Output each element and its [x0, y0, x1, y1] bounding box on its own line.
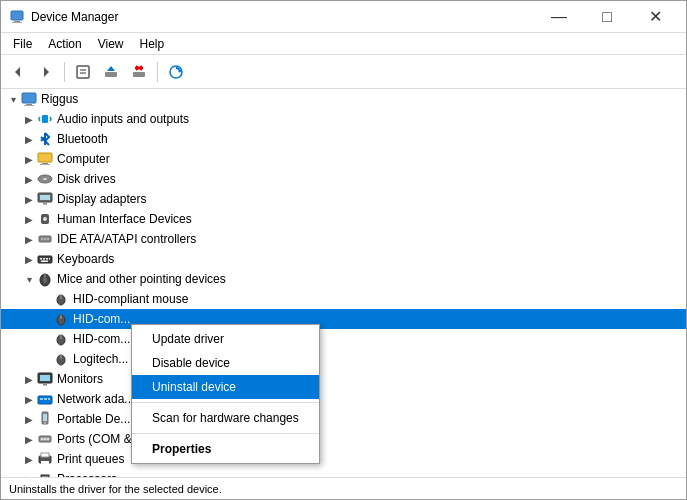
item-icon-mice: [37, 271, 53, 287]
item-icon-riggus: [21, 91, 37, 107]
status-text: Uninstalls the driver for the selected d…: [9, 483, 222, 495]
item-label-logitech: Logitech...: [73, 352, 128, 366]
toolbar-sep1: [64, 62, 65, 82]
expand-icon-network[interactable]: ▶: [21, 391, 37, 407]
spacer-hid-com2: [37, 331, 53, 347]
menu-action[interactable]: Action: [40, 35, 89, 53]
window-controls: — □ ✕: [536, 1, 678, 33]
item-label-hid-com2: HID-com...: [73, 332, 130, 346]
svg-rect-0: [11, 11, 23, 20]
tree-item-mice[interactable]: ▾ Mice and other pointing devices: [1, 269, 686, 289]
expand-icon-bluetooth[interactable]: ▶: [21, 131, 37, 147]
item-label-hid-mouse: HID-compliant mouse: [73, 292, 188, 306]
item-icon-display: [37, 191, 53, 207]
item-icon-bluetooth: [37, 131, 53, 147]
item-label-ports: Ports (COM &...: [57, 432, 142, 446]
ctx-sep1: [132, 402, 319, 403]
tree-item-portable[interactable]: ▶ Portable De...: [1, 409, 686, 429]
tree-item-network[interactable]: ▶ Network ada...: [1, 389, 686, 409]
item-label-ide: IDE ATA/ATAPI controllers: [57, 232, 196, 246]
item-label-audio: Audio inputs and outputs: [57, 112, 189, 126]
toolbar-update-driver[interactable]: [98, 59, 124, 85]
expand-icon-print[interactable]: ▶: [21, 451, 37, 467]
ctx-sep2: [132, 433, 319, 434]
tree-item-logitech[interactable]: Logitech...: [1, 349, 686, 369]
device-manager-window: Device Manager — □ ✕ File Action View He…: [0, 0, 687, 500]
main-content: ▾ Riggus ▶ Audio inputs and outputs ▶ Bl…: [1, 89, 686, 477]
item-icon-logitech: [53, 351, 69, 367]
window-title: Device Manager: [31, 10, 536, 24]
expand-icon-display[interactable]: ▶: [21, 191, 37, 207]
tree-item-hid-mouse[interactable]: HID-compliant mouse: [1, 289, 686, 309]
tree-item-print[interactable]: ▶ Print queues: [1, 449, 686, 469]
item-label-bluetooth: Bluetooth: [57, 132, 108, 146]
svg-rect-38: [41, 261, 48, 263]
tree-item-monitors[interactable]: ▶ Monitors: [1, 369, 686, 389]
item-icon-hid-mouse: [53, 291, 69, 307]
maximize-button[interactable]: □: [584, 1, 630, 33]
tree-item-audio[interactable]: ▶ Audio inputs and outputs: [1, 109, 686, 129]
ctx-scan[interactable]: Scan for hardware changes: [132, 406, 319, 430]
toolbar-properties[interactable]: [70, 59, 96, 85]
spacer-hid-mouse: [37, 291, 53, 307]
tree-item-display[interactable]: ▶ Display adapters: [1, 189, 686, 209]
ctx-properties[interactable]: Properties: [132, 437, 319, 461]
ctx-update-driver[interactable]: Update driver: [132, 327, 319, 351]
tree-item-keyboards[interactable]: ▶ Keyboards: [1, 249, 686, 269]
svg-rect-37: [49, 258, 50, 260]
tree-item-ports[interactable]: ▶ Ports (COM &...: [1, 429, 686, 449]
tree-item-processors[interactable]: ▶ Processors: [1, 469, 686, 477]
expand-icon-keyboards[interactable]: ▶: [21, 251, 37, 267]
ctx-disable-device[interactable]: Disable device: [132, 351, 319, 375]
tree-item-computer[interactable]: ▶ Computer: [1, 149, 686, 169]
expand-icon-ports[interactable]: ▶: [21, 431, 37, 447]
tree-item-hid-com2[interactable]: HID-com...: [1, 329, 686, 349]
svg-rect-6: [105, 72, 117, 77]
expand-icon-audio[interactable]: ▶: [21, 111, 37, 127]
status-bar: Uninstalls the driver for the selected d…: [1, 477, 686, 499]
ctx-uninstall-device[interactable]: Uninstall device: [132, 375, 319, 399]
expand-icon-computer[interactable]: ▶: [21, 151, 37, 167]
expand-icon-portable[interactable]: ▶: [21, 411, 37, 427]
svg-rect-54: [40, 398, 43, 400]
menu-bar: File Action View Help: [1, 33, 686, 55]
title-bar: Device Manager — □ ✕: [1, 1, 686, 33]
svg-rect-3: [77, 66, 89, 78]
tree-item-bluetooth[interactable]: ▶ Bluetooth: [1, 129, 686, 149]
toolbar-uninstall[interactable]: [126, 59, 152, 85]
toolbar-back[interactable]: [5, 59, 31, 85]
toolbar-forward[interactable]: [33, 59, 59, 85]
item-icon-ports: [37, 431, 53, 447]
item-icon-network: [37, 391, 53, 407]
item-label-print: Print queues: [57, 452, 124, 466]
minimize-button[interactable]: —: [536, 1, 582, 33]
svg-rect-65: [41, 453, 49, 457]
tree-view[interactable]: ▾ Riggus ▶ Audio inputs and outputs ▶ Bl…: [1, 89, 686, 477]
toolbar: [1, 55, 686, 89]
svg-rect-19: [38, 153, 52, 162]
tree-item-hid-com1[interactable]: HID-com...: [1, 309, 686, 329]
svg-rect-55: [44, 398, 47, 400]
tree-item-ide[interactable]: ▶ IDE ATA/ATAPI controllers: [1, 229, 686, 249]
svg-rect-25: [40, 195, 50, 200]
toolbar-scan[interactable]: [163, 59, 189, 85]
menu-file[interactable]: File: [5, 35, 40, 53]
expand-icon-ide[interactable]: ▶: [21, 231, 37, 247]
tree-item-hid[interactable]: ▶ Human Interface Devices: [1, 209, 686, 229]
menu-help[interactable]: Help: [132, 35, 173, 53]
expand-icon-monitors[interactable]: ▶: [21, 371, 37, 387]
expand-icon-processors[interactable]: ▶: [21, 471, 37, 477]
menu-view[interactable]: View: [90, 35, 132, 53]
tree-item-riggus[interactable]: ▾ Riggus: [1, 89, 686, 109]
svg-point-59: [44, 422, 46, 424]
expand-icon-hid[interactable]: ▶: [21, 211, 37, 227]
tree-item-disk[interactable]: ▶ Disk drives: [1, 169, 686, 189]
item-icon-disk: [37, 171, 53, 187]
collapse-icon-riggus[interactable]: ▾: [5, 91, 21, 107]
item-label-computer: Computer: [57, 152, 110, 166]
item-icon-print: [37, 451, 53, 467]
collapse-icon-mice[interactable]: ▾: [21, 271, 37, 287]
svg-marker-7: [107, 66, 115, 71]
close-button[interactable]: ✕: [632, 1, 678, 33]
expand-icon-disk[interactable]: ▶: [21, 171, 37, 187]
